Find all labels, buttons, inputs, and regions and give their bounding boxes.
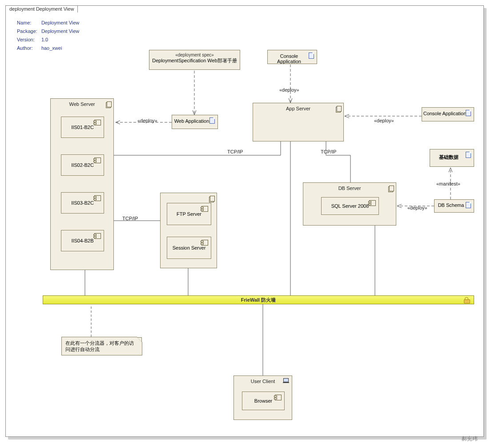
artifact-console-app-top[interactable]: Console Application: [267, 50, 317, 64]
node-db-server[interactable]: DB Server SQL Server 2008: [303, 182, 396, 226]
note-load-balancer[interactable]: 在此有一个分流器，对客户的访问进行自动分流: [61, 337, 142, 355]
component-iis04[interactable]: IIS04-B2B: [61, 230, 104, 251]
diagram-tab: deployment Deployment View: [5, 5, 78, 12]
edge-label-tcpip: TCP/IP: [227, 149, 243, 154]
artifact-icon: [466, 202, 471, 208]
node-title: DB Server: [303, 183, 396, 191]
component-label: IIS02-B2C: [61, 162, 104, 168]
node-icon: [336, 106, 341, 112]
meta-value: Deployment View: [41, 19, 82, 27]
artifact-base-data[interactable]: 基础数据: [430, 149, 474, 167]
edge-label-deploy: «deploy»: [407, 205, 427, 210]
edge-label-deploy: «deploy»: [137, 118, 157, 123]
component-label: IIS03-B2C: [61, 200, 104, 206]
edge-label-manifest: «manifest»: [436, 181, 460, 186]
component-label: IIS01-B2C: [61, 125, 104, 130]
artifact-deployment-spec[interactable]: «deployment spec» DeploymentSpecificatio…: [149, 50, 240, 70]
node-title: Web Server: [51, 99, 113, 107]
edge-label-deploy: «deploy»: [374, 118, 394, 123]
artifact-icon: [466, 152, 471, 158]
meta-value: 1.0: [41, 36, 82, 44]
author-signature: 郝宪玮: [462, 435, 478, 443]
meta-value: hao_xwei: [41, 44, 82, 52]
node-app-server[interactable]: App Server: [253, 103, 344, 141]
component-label: IIS04-B2B: [61, 238, 104, 243]
meta-key: Version:: [16, 36, 40, 44]
meta-value: Deployment View: [41, 28, 82, 35]
meta-key: Name:: [16, 19, 40, 27]
node-title: App Server: [253, 103, 343, 111]
artifact-db-schema[interactable]: DB Schema: [434, 199, 474, 213]
node-icon: [209, 196, 214, 202]
diagram-canvas: deployment Deployment View Name:Deployme…: [5, 5, 484, 437]
meta-key: Package:: [16, 28, 40, 35]
device-user-client[interactable]: User Client Browser: [233, 375, 292, 420]
component-label: Browser: [242, 398, 284, 404]
note-text: 在此有一个分流器，对客户的访问进行自动分流: [62, 337, 142, 355]
artifact-icon: [309, 52, 314, 59]
node-support-cluster[interactable]: FTP Server Session Server: [160, 193, 217, 268]
edge-label-tcpip: TCP/IP: [122, 216, 138, 221]
device-icon: [283, 378, 289, 383]
meta-key: Author:: [16, 44, 40, 52]
stereotype-label: «deployment spec»: [149, 52, 240, 57]
artifact-web-application[interactable]: Web Application: [172, 115, 218, 129]
component-iis01[interactable]: IIS01-B2C: [61, 117, 104, 138]
component-session-server[interactable]: Session Server: [167, 237, 211, 259]
artifact-icon: [466, 110, 471, 116]
edge-label-deploy: «deploy»: [279, 87, 299, 93]
artifact-console-app-right[interactable]: Console Application: [422, 107, 474, 121]
node-icon: [106, 101, 111, 107]
diagram-meta: Name:Deployment ViewPackage:Deployment V…: [16, 18, 83, 53]
node-web-server[interactable]: Web Server IIS01-B2C IIS02-B2C IIS03-B2C…: [50, 98, 114, 270]
component-label: SQL Server 2008: [322, 203, 378, 209]
component-label: Session Server: [167, 245, 211, 250]
component-sql-server[interactable]: SQL Server 2008: [321, 197, 379, 215]
firewall-bar[interactable]: FrieWall 防火墙: [43, 295, 474, 304]
component-iis03[interactable]: IIS03-B2C: [61, 192, 104, 214]
node-icon: [388, 186, 393, 191]
artifact-icon: [209, 117, 215, 124]
edge-label-tcpip: TCP/IP: [321, 149, 336, 154]
component-iis02[interactable]: IIS02-B2C: [61, 154, 104, 176]
component-ftp-server[interactable]: FTP Server: [167, 203, 211, 225]
component-label: FTP Server: [167, 211, 211, 217]
lock-icon: [464, 297, 469, 303]
component-browser[interactable]: Browser: [242, 391, 285, 410]
firewall-label: FrieWall 防火墙: [43, 296, 474, 304]
artifact-label: DeploymentSpecification Web部署手册: [149, 57, 240, 64]
